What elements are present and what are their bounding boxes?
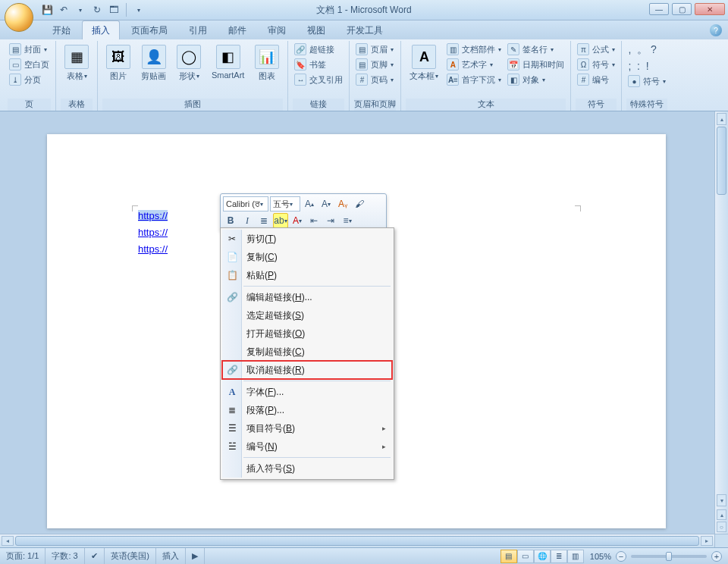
status-macro[interactable]: ▶ xyxy=(186,548,205,564)
mini-font-color[interactable]: A▾ xyxy=(290,213,305,228)
page-break-button[interactable]: ⤓分页 xyxy=(8,73,51,86)
mini-bold[interactable]: B xyxy=(223,213,238,228)
minimize-button[interactable]: — xyxy=(649,3,669,15)
picture-button[interactable]: 🖼图片 xyxy=(102,42,134,84)
horizontal-scrollbar[interactable]: ◂ ▸ xyxy=(0,534,714,547)
scroll-down-icon[interactable]: ▾ xyxy=(717,494,726,506)
tab-insert[interactable]: 插入 xyxy=(82,20,120,39)
mini-highlight[interactable]: ab▾ xyxy=(273,213,288,228)
blank-page-button[interactable]: ▭空白页 xyxy=(8,58,51,71)
zoom-slider[interactable] xyxy=(631,555,707,558)
ctx-numbering[interactable]: ☱编号(N)▸ xyxy=(222,437,392,456)
quickparts-button[interactable]: ▥文档部件▾ xyxy=(445,42,503,56)
symbol-button[interactable]: Ω符号▾ xyxy=(576,58,617,71)
tab-view[interactable]: 视图 xyxy=(297,20,335,39)
zoom-in-button[interactable]: + xyxy=(711,551,722,562)
shapes-button[interactable]: ◯形状▾ xyxy=(173,42,205,84)
number-button[interactable]: #编号 xyxy=(576,73,617,86)
footer-button[interactable]: ▤页脚▾ xyxy=(354,58,395,71)
ctx-font[interactable]: A字体(F)... xyxy=(222,383,392,401)
qat-print[interactable]: 🗔 xyxy=(108,4,120,16)
hyperlink-line-3[interactable]: https:// xyxy=(138,243,168,255)
view-outline[interactable]: ≣ xyxy=(551,550,567,563)
wordart-button[interactable]: A艺术字▾ xyxy=(445,58,503,71)
mini-shrink-font[interactable]: A▾ xyxy=(318,196,334,212)
scroll-left-icon[interactable]: ◂ xyxy=(2,536,14,546)
object-button[interactable]: ◧对象▾ xyxy=(506,73,566,86)
hscroll-thumb[interactable] xyxy=(15,536,699,546)
bookmark-button[interactable]: 🔖书签 xyxy=(293,58,344,71)
status-words[interactable]: 字数: 3 xyxy=(46,548,84,564)
header-button[interactable]: ▤页眉▾ xyxy=(354,42,395,56)
clipart-button[interactable]: 👤剪贴画 xyxy=(137,42,170,84)
ctx-insert-symbol[interactable]: 插入符号(S) xyxy=(222,459,392,478)
ctx-bullets[interactable]: ☰项目符号(B)▸ xyxy=(222,419,392,437)
qat-save[interactable]: 💾 xyxy=(41,4,53,16)
hyperlink-line-2[interactable]: https:// xyxy=(138,227,168,238)
help-button[interactable]: ? xyxy=(710,24,722,36)
pagenumber-button[interactable]: #页码▾ xyxy=(354,73,395,86)
tab-developer[interactable]: 开发工具 xyxy=(337,20,393,39)
ctx-select-hyperlink[interactable]: 选定超链接(S) xyxy=(222,306,392,324)
ctx-remove-hyperlink[interactable]: 🔗取消超链接(R) xyxy=(222,361,392,379)
ctx-paste[interactable]: 📋粘贴(P) xyxy=(222,266,392,284)
tab-references[interactable]: 引用 xyxy=(179,20,217,39)
tab-pagelayout[interactable]: 页面布局 xyxy=(121,20,177,39)
tab-review[interactable]: 审阅 xyxy=(258,20,296,39)
dropcap-button[interactable]: A≡首字下沉▾ xyxy=(445,73,503,86)
close-button[interactable]: ✕ xyxy=(695,3,725,15)
tab-mailings[interactable]: 邮件 xyxy=(218,20,256,39)
view-draft[interactable]: ▥ xyxy=(567,550,584,563)
view-web[interactable]: 🌐 xyxy=(534,550,551,563)
vscroll-thumb[interactable] xyxy=(717,127,726,195)
mini-italic[interactable]: I xyxy=(240,213,255,228)
mini-grow-font[interactable]: A▴ xyxy=(302,196,317,212)
mini-center[interactable]: ≣ xyxy=(256,213,271,228)
hyperlink-button[interactable]: 🔗超链接 xyxy=(293,42,344,56)
special-symbol-button[interactable]: ●符号▾ xyxy=(626,74,667,88)
mini-bullet-list[interactable]: ≡▾ xyxy=(340,213,355,228)
qat-redo[interactable]: ↻ xyxy=(91,4,103,16)
view-print-layout[interactable]: ▤ xyxy=(500,550,517,563)
signature-button[interactable]: ✎签名行▾ xyxy=(506,42,566,56)
status-language[interactable]: 英语(美国) xyxy=(105,548,156,564)
hyperlink-line-1[interactable]: https:// xyxy=(138,210,168,221)
textbox-button[interactable]: A文本框▾ xyxy=(406,42,442,84)
tab-home[interactable]: 开始 xyxy=(42,20,80,39)
table-button[interactable]: ▦表格▾ xyxy=(61,42,93,84)
mini-indent-decrease[interactable]: ⇤ xyxy=(306,213,322,228)
special-dot2[interactable]: ; : ! xyxy=(626,59,667,73)
maximize-button[interactable]: ▢ xyxy=(672,3,692,15)
chart-button[interactable]: 📊图表 xyxy=(251,42,283,84)
mini-font-combo[interactable]: Calibri (ਰ▾ xyxy=(223,196,268,212)
view-fullscreen[interactable]: ▭ xyxy=(517,550,534,563)
datetime-button[interactable]: 📅日期和时间 xyxy=(506,58,566,71)
crossref-button[interactable]: ↔交叉引用 xyxy=(293,73,344,86)
ctx-copy-hyperlink[interactable]: 复制超链接(C) xyxy=(222,343,392,361)
ctx-copy[interactable]: 📄复制(C) xyxy=(222,248,392,266)
qat-undo-drop[interactable]: ▾ xyxy=(74,4,86,16)
ctx-edit-hyperlink[interactable]: 🔗编辑超链接(H)... xyxy=(222,288,392,306)
status-insert-mode[interactable]: 插入 xyxy=(156,548,186,564)
status-proofing[interactable]: ✔ xyxy=(85,548,105,564)
browse-prev-icon[interactable]: ▴ xyxy=(717,509,726,520)
scroll-right-icon[interactable]: ▸ xyxy=(701,536,713,546)
qat-customize[interactable]: ▾ xyxy=(133,4,145,16)
zoom-percent[interactable]: 105% xyxy=(590,552,611,561)
equation-button[interactable]: π公式▾ xyxy=(576,42,617,56)
cover-page-button[interactable]: ▤封面▾ xyxy=(8,42,51,56)
status-page[interactable]: 页面: 1/1 xyxy=(0,548,46,564)
zoom-knob[interactable] xyxy=(666,552,672,561)
ctx-paragraph[interactable]: ≣段落(P)... xyxy=(222,401,392,419)
zoom-out-button[interactable]: − xyxy=(616,551,626,562)
vertical-scrollbar[interactable]: ▴ ▾ ▴ ○ xyxy=(714,111,728,534)
qat-undo[interactable]: ↶ xyxy=(58,4,70,16)
mini-size-combo[interactable]: 五号▾ xyxy=(270,196,300,212)
special-dot[interactable]: , 。 ? xyxy=(626,42,667,58)
ctx-cut[interactable]: ✂剪切(T) xyxy=(222,230,392,248)
mini-style-icon[interactable]: Aᵧ xyxy=(335,196,350,212)
ctx-open-hyperlink[interactable]: 打开超链接(O) xyxy=(222,324,392,343)
mini-indent-increase[interactable]: ⇥ xyxy=(323,213,338,228)
browse-object-icon[interactable]: ○ xyxy=(717,522,726,532)
smartart-button[interactable]: ◧SmartArt xyxy=(208,42,248,82)
